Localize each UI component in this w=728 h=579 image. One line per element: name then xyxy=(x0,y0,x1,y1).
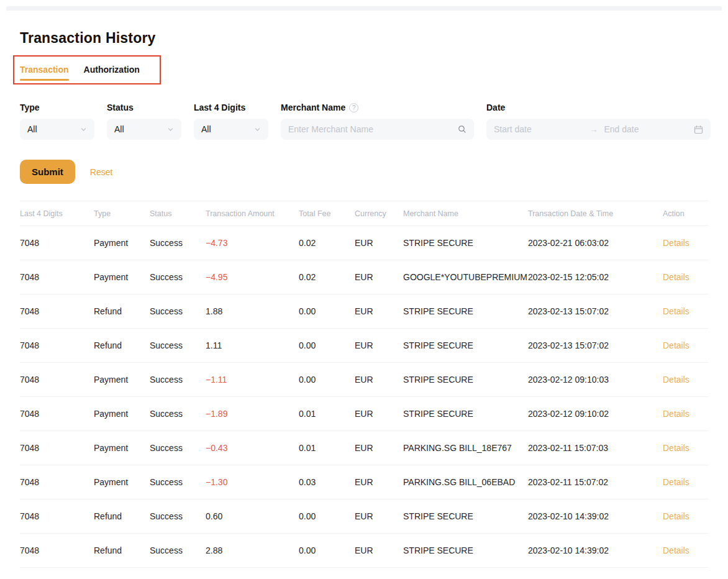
details-link[interactable]: Details xyxy=(663,238,689,248)
details-link[interactable]: Details xyxy=(663,409,689,419)
reset-button[interactable]: Reset xyxy=(90,167,113,177)
cell-action: Details xyxy=(663,431,708,465)
cell-type: Refund xyxy=(94,294,150,329)
table-row: 7048 Payment Success −4.95 0.02 EUR GOOG… xyxy=(20,260,708,294)
submit-button[interactable]: Submit xyxy=(20,160,75,184)
cell-transaction-amount: −1.11 xyxy=(206,363,299,397)
tab-authorization[interactable]: Authorization xyxy=(84,65,140,82)
cell-merchant-name: PARKING.SG BILL_18E767 xyxy=(403,431,528,465)
table-row: 7048 Refund Success 0.60 0.00 EUR STRIPE… xyxy=(20,499,708,534)
cell-action: Details xyxy=(663,534,708,568)
column-header-last-4-digits: Last 4 Digits xyxy=(20,201,94,226)
details-link[interactable]: Details xyxy=(663,545,689,555)
transactions-table: Last 4 Digits Type Status Transaction Am… xyxy=(20,201,708,568)
cell-action: Details xyxy=(663,329,708,363)
cell-currency: EUR xyxy=(355,294,403,329)
details-link[interactable]: Details xyxy=(663,443,689,453)
table-row: 7048 Refund Success 1.88 0.00 EUR STRIPE… xyxy=(20,294,708,329)
chevron-down-icon xyxy=(254,126,261,133)
details-link[interactable]: Details xyxy=(663,375,689,385)
tab-transaction[interactable]: Transaction xyxy=(20,65,69,82)
column-header-transaction-date-time: Transaction Date & Time xyxy=(528,201,663,226)
cell-total-fee: 0.00 xyxy=(299,499,355,534)
status-select-value: All xyxy=(114,124,167,134)
cell-merchant-name: STRIPE SECURE xyxy=(403,294,528,329)
table-row: 7048 Payment Success −1.30 0.03 EUR PARK… xyxy=(20,465,708,499)
cell-currency: EUR xyxy=(355,329,403,363)
cell-transaction-amount: 1.88 xyxy=(206,294,299,329)
cell-total-fee: 0.01 xyxy=(299,431,355,465)
table-header: Last 4 Digits Type Status Transaction Am… xyxy=(20,201,708,226)
status-filter-label: Status xyxy=(107,103,181,112)
cell-status: Success xyxy=(150,431,206,465)
table-row: 7048 Payment Success −0.43 0.01 EUR PARK… xyxy=(20,431,708,465)
cell-type: Payment xyxy=(94,226,150,260)
cell-total-fee: 0.03 xyxy=(299,465,355,499)
cell-transaction-date-time: 2023-02-11 15:07:03 xyxy=(528,431,663,465)
merchant-input-placeholder: Enter Merchant Name xyxy=(288,124,458,134)
cell-status: Success xyxy=(150,465,206,499)
cell-currency: EUR xyxy=(355,465,403,499)
table-row: 7048 Payment Success −1.11 0.00 EUR STRI… xyxy=(20,363,708,397)
cell-transaction-amount: −4.73 xyxy=(206,226,299,260)
filter-actions: Submit Reset xyxy=(20,160,708,184)
cell-last-4-digits: 7048 xyxy=(20,294,94,329)
calendar-icon xyxy=(694,125,703,134)
cell-last-4-digits: 7048 xyxy=(20,397,94,431)
filter-date: Date Start date → End date xyxy=(486,103,711,140)
type-select[interactable]: All xyxy=(20,119,94,140)
details-link[interactable]: Details xyxy=(663,511,689,521)
merchant-name-input[interactable]: Enter Merchant Name xyxy=(281,119,474,140)
cell-total-fee: 0.00 xyxy=(299,363,355,397)
cell-type: Payment xyxy=(94,465,150,499)
cell-type: Payment xyxy=(94,397,150,431)
column-header-type: Type xyxy=(94,201,150,226)
cell-currency: EUR xyxy=(355,431,403,465)
cell-transaction-date-time: 2023-02-12 09:10:02 xyxy=(528,397,663,431)
details-link[interactable]: Details xyxy=(663,477,689,487)
cell-merchant-name: STRIPE SECURE xyxy=(403,329,528,363)
last4-select[interactable]: All xyxy=(194,119,268,140)
cell-transaction-date-time: 2023-02-13 15:07:02 xyxy=(528,294,663,329)
date-range-picker[interactable]: Start date → End date xyxy=(486,119,711,140)
tab-bar: Transaction Authorization xyxy=(20,55,181,85)
cell-merchant-name: PARKING.SG BILL_06EBAD xyxy=(403,465,528,499)
filter-bar: Type All Status All Last 4 Digits All xyxy=(20,103,708,140)
cell-transaction-date-time: 2023-02-15 12:05:02 xyxy=(528,260,663,294)
cell-last-4-digits: 7048 xyxy=(20,431,94,465)
cell-total-fee: 0.02 xyxy=(299,260,355,294)
cell-transaction-amount: −1.89 xyxy=(206,397,299,431)
status-select[interactable]: All xyxy=(107,119,181,140)
page-title: Transaction History xyxy=(20,30,708,47)
cell-last-4-digits: 7048 xyxy=(20,465,94,499)
page-top-strip xyxy=(6,6,722,11)
details-link[interactable]: Details xyxy=(663,306,689,316)
cell-transaction-date-time: 2023-02-10 14:39:02 xyxy=(528,534,663,568)
cell-last-4-digits: 7048 xyxy=(20,226,94,260)
cell-transaction-amount: −1.30 xyxy=(206,465,299,499)
table-row: 7048 Payment Success −4.73 0.02 EUR STRI… xyxy=(20,226,708,260)
cell-total-fee: 0.02 xyxy=(299,226,355,260)
cell-transaction-amount: 0.60 xyxy=(206,499,299,534)
cell-currency: EUR xyxy=(355,499,403,534)
table-body: 7048 Payment Success −4.73 0.02 EUR STRI… xyxy=(20,226,708,568)
filter-type: Type All xyxy=(20,103,94,140)
cell-merchant-name: GOOGLE*YOUTUBEPREMIUM xyxy=(403,260,528,294)
details-link[interactable]: Details xyxy=(663,272,689,282)
tab-transaction-label: Transaction xyxy=(20,65,69,75)
cell-transaction-amount: −0.43 xyxy=(206,431,299,465)
cell-merchant-name: STRIPE SECURE xyxy=(403,226,528,260)
cell-total-fee: 0.00 xyxy=(299,294,355,329)
cell-merchant-name: STRIPE SECURE xyxy=(403,363,528,397)
cell-action: Details xyxy=(663,363,708,397)
type-select-value: All xyxy=(27,124,80,134)
tab-authorization-label: Authorization xyxy=(84,65,140,75)
table-row: 7048 Refund Success 1.11 0.00 EUR STRIPE… xyxy=(20,329,708,363)
filter-merchant: Merchant Name ? Enter Merchant Name xyxy=(281,103,474,140)
end-date-placeholder: End date xyxy=(604,124,694,134)
cell-last-4-digits: 7048 xyxy=(20,363,94,397)
details-link[interactable]: Details xyxy=(663,340,689,350)
question-circle-icon[interactable]: ? xyxy=(349,103,358,112)
cell-merchant-name: STRIPE SECURE xyxy=(403,397,528,431)
cell-status: Success xyxy=(150,534,206,568)
